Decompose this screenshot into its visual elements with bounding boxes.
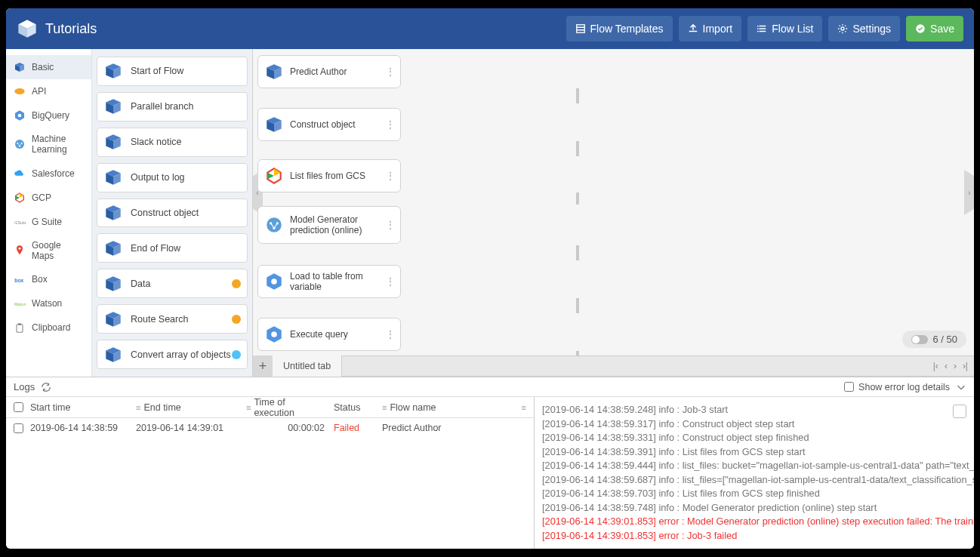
- log-line: [2019-06-14 14:38:59.391] info : List fi…: [542, 445, 966, 460]
- block-label: Parallel branch: [131, 101, 193, 112]
- col-exec[interactable]: ≡Time of execution: [242, 397, 329, 418]
- import-button[interactable]: Import: [679, 16, 742, 42]
- svg-point-76: [271, 331, 277, 337]
- filter-icon: ≡: [522, 403, 526, 412]
- show-error-toggle[interactable]: Show error log details: [844, 382, 950, 392]
- col-status[interactable]: Status: [329, 402, 378, 413]
- show-error-checkbox[interactable]: [844, 382, 854, 392]
- node-menu-icon[interactable]: ⋮: [386, 220, 394, 230]
- tab-nav-next[interactable]: ›: [954, 361, 957, 371]
- add-tab-button[interactable]: +: [253, 355, 273, 377]
- refresh-icon[interactable]: [41, 382, 51, 392]
- category-item-bigquery[interactable]: BigQuery: [6, 103, 91, 128]
- check-icon: [915, 23, 926, 34]
- body: BasicAPIBigQueryMachine LearningSalesfor…: [6, 49, 974, 377]
- flow-node[interactable]: Model Generator prediction (online)⋮: [257, 206, 401, 244]
- palette-block[interactable]: Route Search: [97, 304, 248, 334]
- log-line: [2019-06-14 14:38:59.703] info : List fi…: [542, 487, 966, 501]
- tab-untitled[interactable]: Untitled tab: [273, 355, 342, 377]
- category-item-gcp[interactable]: GCP: [6, 186, 91, 210]
- tab-nav-last[interactable]: ›|: [963, 361, 968, 371]
- flow-node[interactable]: Predict Author⋮: [257, 55, 401, 88]
- svg-point-11: [757, 31, 759, 32]
- palette-block[interactable]: Start of Flow: [97, 57, 248, 86]
- log-table-head: Start time ≡End time ≡Time of execution …: [6, 397, 534, 418]
- category-item-machine-learning[interactable]: Machine Learning: [6, 128, 91, 162]
- log-line: [2019-06-14 14:38:59.331] info : Constru…: [542, 431, 966, 445]
- collapse-right-handle[interactable]: ›: [964, 170, 974, 215]
- tab-nav-prev[interactable]: ‹: [945, 361, 948, 371]
- flow-node[interactable]: List files from GCS⋮: [257, 159, 401, 192]
- gear-icon: [837, 23, 848, 34]
- chevron-down-icon[interactable]: [956, 382, 966, 392]
- block-label: Slack notice: [131, 137, 181, 147]
- category-label: GCP: [32, 192, 51, 203]
- box-blue-icon: [103, 203, 123, 223]
- palette-block[interactable]: Output to log: [97, 163, 248, 192]
- connector: [576, 298, 579, 313]
- category-item-api[interactable]: API: [6, 79, 91, 103]
- palette-block[interactable]: Parallel branch: [97, 92, 248, 122]
- copy-icon[interactable]: [953, 405, 966, 418]
- connector: [576, 88, 579, 103]
- category-item-google-maps[interactable]: Google Maps: [6, 234, 91, 268]
- api-orange-icon: [14, 85, 26, 97]
- category-item-clipboard[interactable]: Clipboard: [6, 316, 91, 340]
- select-all-checkbox[interactable]: [14, 402, 23, 412]
- counter-toggle[interactable]: [911, 335, 928, 344]
- category-item-watson[interactable]: WatsonWatson: [6, 292, 91, 316]
- log-panel: Logs Show error log details Start time ≡…: [6, 377, 974, 549]
- watson-icon: Watson: [14, 298, 26, 310]
- flow-node[interactable]: Load to table from variable⋮: [257, 265, 401, 298]
- gcp-icon: [14, 192, 26, 204]
- flow-list-label: Flow List: [772, 23, 813, 35]
- row-checkbox[interactable]: [14, 423, 23, 433]
- maps-pin-icon: [14, 245, 26, 257]
- col-end[interactable]: ≡End time: [131, 402, 242, 413]
- flow-templates-button[interactable]: Flow Templates: [566, 16, 673, 42]
- cell-flow: Predict Author: [378, 423, 531, 433]
- list-icon: [757, 23, 767, 34]
- node-menu-icon[interactable]: ⋮: [386, 329, 394, 340]
- palette-block[interactable]: Data: [97, 269, 248, 298]
- node-menu-icon[interactable]: ⋮: [386, 171, 394, 181]
- settings-button[interactable]: Settings: [828, 16, 900, 42]
- save-button[interactable]: Save: [906, 16, 963, 42]
- node-menu-icon[interactable]: ⋮: [386, 276, 394, 287]
- svg-text:box: box: [14, 277, 23, 282]
- svg-text:Watson: Watson: [14, 303, 26, 306]
- category-item-salesforce[interactable]: Salesforce: [6, 162, 91, 186]
- box-blue-icon: [103, 97, 123, 116]
- bq-blue-icon: [264, 325, 284, 344]
- category-label: Clipboard: [32, 322, 70, 333]
- flow-list-button[interactable]: Flow List: [747, 16, 822, 42]
- log-row[interactable]: 2019-06-14 14:38:59 2019-06-14 14:39:01 …: [6, 418, 534, 438]
- palette-block[interactable]: Slack notice: [97, 128, 248, 157]
- col-start[interactable]: Start time: [26, 402, 131, 413]
- tab-bar: + Untitled tab |‹ ‹ › ›|: [253, 355, 974, 377]
- node-menu-icon[interactable]: ⋮: [386, 66, 394, 77]
- tab-nav-first[interactable]: |‹: [933, 361, 938, 371]
- category-item-g-suite[interactable]: GSuiteG Suite: [6, 210, 91, 234]
- settings-label: Settings: [852, 23, 891, 35]
- palette-block[interactable]: End of Flow: [97, 233, 248, 263]
- cell-exec: 00:00:02: [242, 423, 329, 433]
- category-item-basic[interactable]: Basic: [6, 55, 91, 79]
- col-flow[interactable]: ≡Flow name≡: [378, 402, 531, 413]
- svg-point-28: [19, 248, 21, 250]
- palette-block[interactable]: Construct object: [97, 198, 248, 228]
- canvas-wrap: ‹ › 6 / 50 Predict Author⋮Construct obje…: [253, 49, 974, 377]
- flow-node[interactable]: Execute query⋮: [257, 318, 401, 351]
- box-blue-icon: [103, 274, 123, 294]
- category-item-box[interactable]: boxBox: [6, 268, 91, 292]
- palette-block[interactable]: Convert array of objects: [97, 340, 248, 369]
- box-blue-icon: [103, 168, 123, 187]
- node-menu-icon[interactable]: ⋮: [386, 119, 394, 130]
- svg-point-69: [267, 217, 282, 232]
- flow-node[interactable]: Construct object⋮: [257, 108, 401, 141]
- log-header: Logs Show error log details: [6, 377, 974, 397]
- block-label: Construct object: [131, 208, 199, 218]
- connector: [576, 141, 579, 156]
- connector: [576, 245, 579, 260]
- flow-canvas[interactable]: ‹ › 6 / 50 Predict Author⋮Construct obje…: [253, 49, 974, 355]
